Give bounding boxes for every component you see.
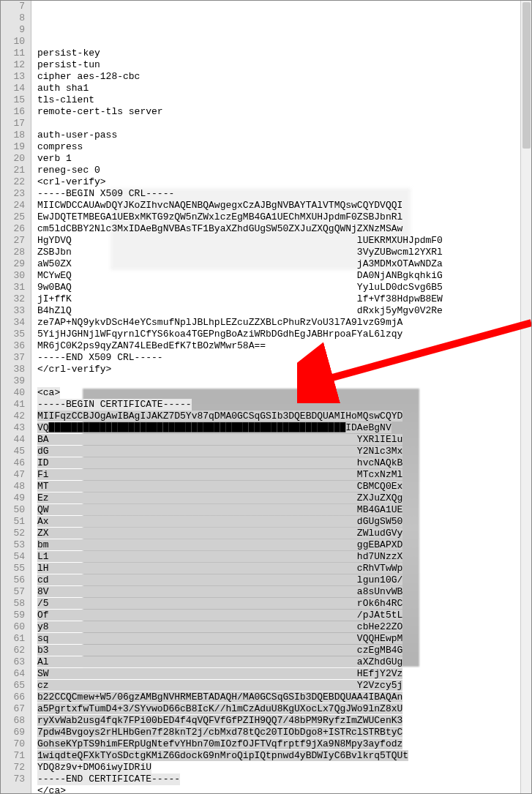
line-number: 13 xyxy=(1,71,25,83)
code-line[interactable]: <crl-verify> xyxy=(37,176,531,188)
code-line[interactable]: -----END X509 CRL----- xyxy=(37,352,531,364)
line-number: 12 xyxy=(1,59,25,71)
code-line[interactable] xyxy=(37,118,531,130)
code-line[interactable]: QW MB4GA1UE xyxy=(37,504,531,516)
code-line[interactable]: GohseKYpTS9himFERpUgNtefvYHbn70mIOzfOJFT… xyxy=(37,738,531,750)
code-line[interactable]: b22CCQCmew+W5/06gzAMBgNVHRMEBTADAQH/MA0G… xyxy=(37,692,531,703)
line-number: 10 xyxy=(1,36,25,48)
line-number: 39 xyxy=(1,375,25,387)
code-line[interactable]: Ax dGUgSW50 xyxy=(37,516,531,528)
code-line[interactable]: MT CBMCQ0Ex xyxy=(37,481,531,492)
code-line[interactable]: ZSBJbn 3VyZUBwcml2YXRl xyxy=(37,247,531,258)
code-line[interactable]: 8V a8sUnvWB xyxy=(37,586,531,598)
code-line[interactable]: dG Y2Nlc3Mx xyxy=(37,446,531,457)
code-line[interactable]: SW HEfjY2Vz xyxy=(37,668,531,680)
line-number: 20 xyxy=(1,153,25,165)
code-line[interactable]: 7pdw4Bvgoys2rHLHbGen7f28knT2j/cbMxd78tQc… xyxy=(37,727,531,738)
code-line[interactable]: verb 1 xyxy=(37,153,531,165)
code-line[interactable]: L1 hd7UNzzX xyxy=(37,551,531,563)
line-number: 33 xyxy=(1,305,25,317)
line-number: 73 xyxy=(1,774,25,785)
code-line[interactable]: EwJDQTETMBEGA1UEBxMKTG9zQW5nZWxlczEgMB4G… xyxy=(37,211,531,223)
code-line[interactable]: bm ggEBAPXD xyxy=(37,539,531,551)
code-line[interactable]: reneg-sec 0 xyxy=(37,165,531,176)
code-line[interactable]: MIICWDCCAUAwDQYJKoZIhvcNAQENBQAwgegxCzAJ… xyxy=(37,200,531,211)
line-number: 54 xyxy=(1,551,25,563)
code-line[interactable]: MIIFqzCCBJOgAwIBAgIJAKZ7D5Yv87qDMA0GCSqG… xyxy=(37,411,531,422)
line-number: 59 xyxy=(1,610,25,621)
code-line[interactable]: Fi MTcxNzMl xyxy=(37,469,531,481)
line-number: 21 xyxy=(1,165,25,176)
code-line[interactable]: ID hvcNAQkB xyxy=(37,457,531,469)
line-number: 45 xyxy=(1,446,25,457)
line-number: 28 xyxy=(1,247,25,258)
code-line[interactable]: Of /pJAt5tL xyxy=(37,610,531,621)
code-line[interactable]: a5PgrtxfwTumD4+3/SYvwoD66cB8IcK//hlmCzAd… xyxy=(37,703,531,715)
code-line[interactable]: b3 czEgMB4G xyxy=(37,645,531,656)
code-line[interactable]: </crl-verify> xyxy=(37,364,531,375)
line-number: 66 xyxy=(1,692,25,703)
code-line[interactable]: BA YXRlIElu xyxy=(37,434,531,446)
code-line[interactable]: y8 cbHe22ZO xyxy=(37,621,531,633)
code-line[interactable]: ryXvWab2usg4fqk7FPi00bED4f4qVQFVfGfPZIH9… xyxy=(37,715,531,727)
line-number: 61 xyxy=(1,633,25,645)
line-number: 69 xyxy=(1,727,25,738)
line-number: 65 xyxy=(1,680,25,692)
code-line[interactable] xyxy=(37,375,531,387)
line-number: 38 xyxy=(1,364,25,375)
line-number: 29 xyxy=(1,258,25,270)
code-line[interactable]: cipher aes-128-cbc xyxy=(37,71,531,83)
code-line[interactable]: YDQ8z9v+DMO6iwyIDRiU xyxy=(37,762,531,774)
code-area: 7891011121314151617181920212223242526272… xyxy=(1,1,531,793)
line-number: 40 xyxy=(1,387,25,399)
code-line[interactable]: MCYwEQ DA0NjANBgkqhkiG xyxy=(37,270,531,282)
code-line[interactable]: <ca> xyxy=(37,387,531,399)
code-line[interactable]: auth-user-pass xyxy=(37,130,531,141)
code-line[interactable]: 5YijHJGHNjlWFqyrnlCfYS6koa4TGEPngBoAziWR… xyxy=(37,329,531,340)
code-line[interactable]: 9w0BAQ YyluLD0dcSvg6B5 xyxy=(37,282,531,293)
code-line[interactable]: sq VQQHEwpM xyxy=(37,633,531,645)
code-line[interactable]: Ez ZXJuZXQg xyxy=(37,492,531,504)
code-line[interactable]: Al aXZhdGUg xyxy=(37,656,531,668)
code-line[interactable]: persist-tun xyxy=(37,59,531,71)
code-line[interactable]: persist-key xyxy=(37,48,531,59)
code-line[interactable]: -----BEGIN CERTIFICATE----- xyxy=(37,399,531,411)
line-number: 25 xyxy=(1,211,25,223)
code-line[interactable]: compress xyxy=(37,141,531,153)
code-content[interactable]: persist-keypersist-tuncipher aes-128-cbc… xyxy=(31,1,531,793)
line-number-gutter: 7891011121314151617181920212223242526272… xyxy=(1,1,31,793)
code-line[interactable]: aW50ZX jA3MDMxOTAwNDZa xyxy=(37,258,531,270)
code-line[interactable]: /5 rOk6h4RC xyxy=(37,598,531,610)
code-line[interactable]: MR6jC0K2ps9qyZAN74LEBedEfK7tBOzWMwr58A== xyxy=(37,340,531,352)
line-number: 8 xyxy=(1,12,25,24)
code-line[interactable]: ZX ZWludGVy xyxy=(37,528,531,539)
code-line[interactable]: tls-client xyxy=(37,94,531,106)
line-number: 37 xyxy=(1,352,25,364)
code-line[interactable]: auth sha1 xyxy=(37,83,531,94)
code-line[interactable]: ze7AP+NQ9ykvDScH4eYCsmufNplJBLhpLEZcuZZX… xyxy=(37,317,531,329)
code-line[interactable]: jI+ffK lf+Vf38HdpwB8EW xyxy=(37,293,531,305)
code-line[interactable]: 1wiqdteQFXkTYoSDctgKMiZ6GdockG9nMroQipIQ… xyxy=(37,750,531,762)
code-line[interactable]: cd lgun10G/ xyxy=(37,574,531,586)
code-line[interactable]: HgYDVQ lUEKRMXUHJpdmF0 xyxy=(37,235,531,247)
code-line[interactable]: lH cRhVTwWp xyxy=(37,563,531,574)
code-line[interactable]: B4hZlQ dRxkj5yMgv0V2Re xyxy=(37,305,531,317)
line-number: 18 xyxy=(1,130,25,141)
code-line[interactable]: remote-cert-tls server xyxy=(37,106,531,118)
line-number: 32 xyxy=(1,293,25,305)
code-line[interactable]: -----BEGIN X509 CRL----- xyxy=(37,188,531,200)
scrollbar-thumb[interactable] xyxy=(522,2,531,149)
line-number: 51 xyxy=(1,516,25,528)
vertical-scrollbar[interactable] xyxy=(520,1,532,793)
code-line[interactable]: VQ██████████████████████████████████████… xyxy=(37,422,531,434)
line-number: 35 xyxy=(1,329,25,340)
line-number: 49 xyxy=(1,492,25,504)
code-line[interactable]: cz Y2Vzcy5j xyxy=(37,680,531,692)
line-number: 30 xyxy=(1,270,25,282)
line-number: 71 xyxy=(1,750,25,762)
line-number: 36 xyxy=(1,340,25,352)
line-number: 11 xyxy=(1,48,25,59)
code-line[interactable]: </ca> xyxy=(37,785,531,794)
code-line[interactable]: -----END CERTIFICATE----- xyxy=(37,774,531,785)
code-line[interactable]: cm5ldCBBY2Nlc3MxIDAeBgNVBAsTF1ByaXZhdGUg… xyxy=(37,223,531,235)
